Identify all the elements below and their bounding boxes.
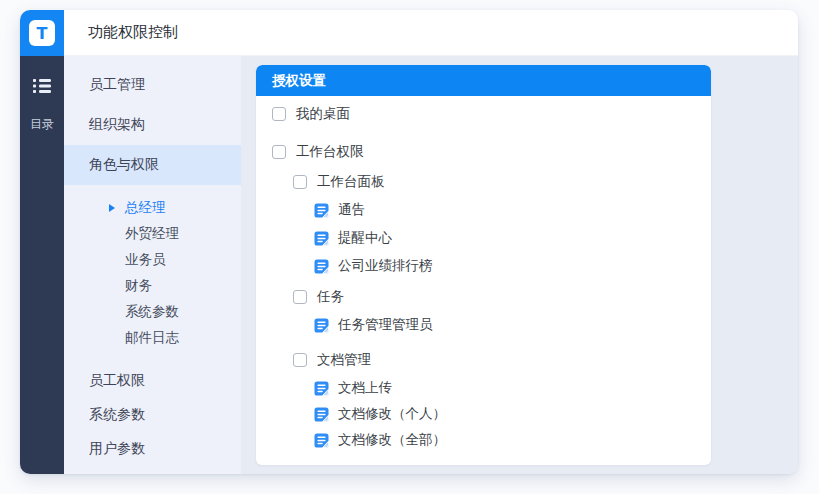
sidebar-item-label: 系统参数	[89, 406, 145, 424]
sidebar-item-label: 角色与权限	[89, 156, 159, 174]
document-icon	[314, 259, 329, 274]
sidebar: 员工管理 组织架构 角色与权限 总经理 外贸经理 业务员 财务 系统参数	[64, 56, 241, 474]
active-item-arrow-icon	[109, 204, 115, 212]
sidebar-item-employee-management[interactable]: 员工管理	[64, 65, 241, 105]
nav-rail: 目录	[20, 56, 64, 474]
tree-item-label: 文档修改（全部）	[338, 431, 446, 449]
role-item-mail-logs[interactable]: 邮件日志	[64, 325, 241, 351]
rail-menu-label[interactable]: 目录	[30, 116, 54, 133]
sidebar-item-system-params[interactable]: 系统参数	[64, 398, 241, 432]
tree-item-label: 公司业绩排行榜	[338, 257, 433, 275]
tree-item-notice[interactable]: 通告	[256, 197, 695, 223]
tree-item-workbench-permission[interactable]: 工作台权限	[256, 139, 695, 165]
tree-item-label: 任务管理管理员	[338, 316, 433, 334]
role-item-label: 邮件日志	[125, 329, 179, 347]
app-window: T 功能权限控制 目录 员工管理 组织架构 角色与权限 总经理 外贸经理	[20, 10, 798, 474]
document-icon	[314, 433, 329, 448]
checkbox[interactable]	[293, 353, 307, 367]
role-item-label: 财务	[125, 277, 152, 295]
tree-item-task-admin[interactable]: 任务管理管理员	[256, 312, 695, 338]
tree-item-tasks[interactable]: 任务	[256, 284, 695, 310]
panel-header: 授权设置	[256, 65, 711, 96]
tree-item-performance-ranking[interactable]: 公司业绩排行榜	[256, 253, 695, 279]
role-item-general-manager[interactable]: 总经理	[64, 195, 241, 221]
page-title: 功能权限控制	[88, 23, 178, 42]
tree-item-label: 工作台权限	[296, 143, 364, 161]
role-item-label: 总经理	[125, 199, 166, 217]
tree-item-label: 任务	[317, 288, 344, 306]
tree-item-document-edit-personal[interactable]: 文档修改（个人）	[256, 401, 695, 427]
sidebar-item-employee-permissions[interactable]: 员工权限	[64, 364, 241, 398]
tree-item-document-management[interactable]: 文档管理	[256, 347, 695, 373]
tree-item-label: 我的桌面	[296, 105, 350, 123]
app-logo[interactable]: T	[20, 10, 64, 56]
permission-tree: 我的桌面 工作台权限 工作台面板 通告 提醒中心	[256, 96, 711, 463]
logo-icon: T	[29, 20, 55, 46]
list-icon[interactable]	[33, 78, 51, 94]
role-item-label: 外贸经理	[125, 225, 179, 243]
roles-sub-list: 总经理 外贸经理 业务员 财务 系统参数 邮件日志	[64, 195, 241, 351]
role-item-system-params[interactable]: 系统参数	[64, 299, 241, 325]
document-icon	[314, 318, 329, 333]
tree-item-document-edit-all[interactable]: 文档修改（全部）	[256, 427, 695, 453]
role-item-label: 业务员	[125, 251, 166, 269]
sidebar-item-roles-permissions[interactable]: 角色与权限	[64, 145, 241, 185]
sidebar-item-label: 员工管理	[89, 76, 145, 94]
role-item-label: 系统参数	[125, 303, 179, 321]
tree-item-my-desktop[interactable]: 我的桌面	[256, 101, 695, 127]
tree-item-label: 工作台面板	[317, 173, 385, 191]
role-item-finance[interactable]: 财务	[64, 273, 241, 299]
tree-item-label: 文档管理	[317, 351, 371, 369]
checkbox[interactable]	[293, 290, 307, 304]
tree-item-reminder-center[interactable]: 提醒中心	[256, 225, 695, 251]
sidebar-item-label: 员工权限	[89, 372, 145, 390]
document-icon	[314, 407, 329, 422]
authorization-panel: 授权设置 我的桌面 工作台权限 工作台面板 通告	[256, 65, 711, 465]
document-icon	[314, 381, 329, 396]
role-item-trade-manager[interactable]: 外贸经理	[64, 221, 241, 247]
checkbox[interactable]	[293, 175, 307, 189]
role-item-salesperson[interactable]: 业务员	[64, 247, 241, 273]
sidebar-item-label: 组织架构	[89, 116, 145, 134]
document-icon	[314, 203, 329, 218]
checkbox[interactable]	[272, 107, 286, 121]
tree-item-label: 通告	[338, 201, 365, 219]
tree-item-label: 文档修改（个人）	[338, 405, 446, 423]
top-header: 功能权限控制	[64, 10, 798, 56]
tree-item-label: 文档上传	[338, 379, 392, 397]
document-icon	[314, 231, 329, 246]
tree-item-workbench-panel[interactable]: 工作台面板	[256, 169, 695, 195]
checkbox[interactable]	[272, 145, 286, 159]
tree-item-label: 提醒中心	[338, 229, 392, 247]
content-area: 授权设置 我的桌面 工作台权限 工作台面板 通告	[241, 56, 798, 474]
sidebar-item-user-params[interactable]: 用户参数	[64, 432, 241, 466]
panel-title: 授权设置	[272, 72, 326, 90]
sidebar-item-organization-structure[interactable]: 组织架构	[64, 105, 241, 145]
sidebar-item-label: 用户参数	[89, 440, 145, 458]
tree-item-document-upload[interactable]: 文档上传	[256, 375, 695, 401]
